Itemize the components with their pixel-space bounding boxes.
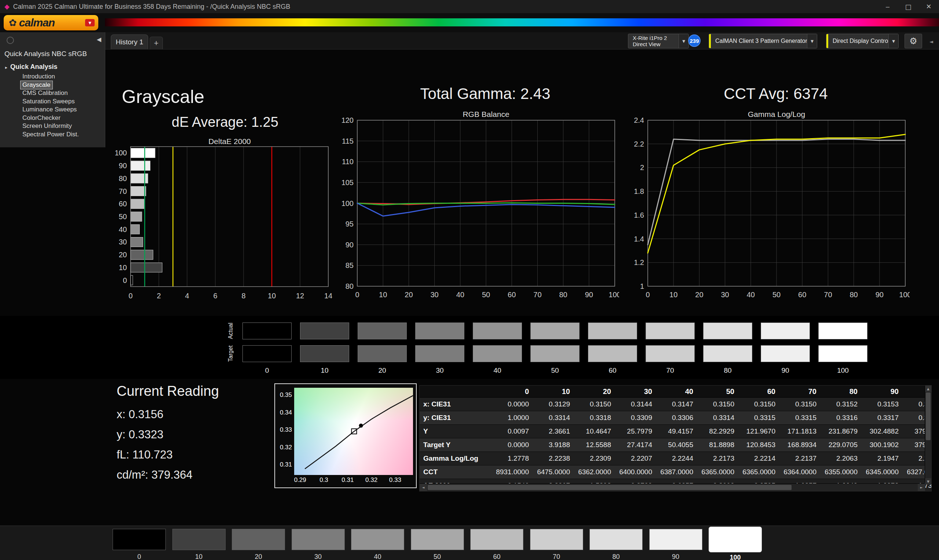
table-row-label: Target Y <box>419 438 493 452</box>
daylight-locus-curve <box>305 395 413 469</box>
scroll-right-button[interactable]: ► <box>918 484 925 491</box>
table-cell: 50.4055 <box>657 438 698 452</box>
gamma-line-chart: 11.21.41.61.822.22.401020304050607080901… <box>625 117 910 300</box>
titlebar: ◆ Calman 2025 Calman Ultimate for Busine… <box>0 0 939 14</box>
table-cell: 231.8679 <box>822 425 863 438</box>
scroll-left-button[interactable]: ◄ <box>419 484 427 491</box>
close-button[interactable]: ✕ <box>919 0 939 13</box>
logo-row: ✿ calman ▼ <box>0 13 939 32</box>
pattern-patch-bar: ▲ ■ ▶ ∞ ↻ « Back Next » 0102030405060708… <box>0 526 939 560</box>
patch-70[interactable]: 70 <box>530 529 583 560</box>
svg-text:105: 105 <box>341 178 354 186</box>
svg-text:40: 40 <box>119 225 127 234</box>
meter-count-badge[interactable]: 239 <box>688 34 701 47</box>
table-cell: 1.2778 <box>493 452 534 465</box>
table-cell: 1.0000 <box>493 411 534 425</box>
tab-add-button[interactable]: + <box>150 37 163 49</box>
target-swatch-60 <box>588 345 637 362</box>
tab-history-1[interactable]: History 1 <box>111 34 148 49</box>
vertical-scroll-thumb[interactable] <box>926 392 931 440</box>
pattern-generator-dropdown[interactable]: CalMAN Client 3 Pattern Generator ▼ <box>709 34 817 48</box>
patch-100[interactable]: 100 <box>709 527 762 560</box>
table-col-header: 40 <box>657 386 698 398</box>
patch-80[interactable]: 80 <box>589 529 643 560</box>
tab-toolbar-row: History 1 + X-Rite i1Pro 2 Direct View ▼… <box>105 32 939 49</box>
patch-label: 70 <box>530 553 583 560</box>
calman-app-window: ◆ Calman 2025 Calman Ultimate for Busine… <box>0 0 939 560</box>
scroll-down-button[interactable]: ▼ <box>925 478 931 485</box>
tree-root-quick-analysis[interactable]: ▸Quick Analysis <box>5 63 57 71</box>
table-cell: 0.3129 <box>534 398 575 411</box>
table-col-header: 0 <box>493 386 534 398</box>
swatch-level-label: 60 <box>588 366 637 375</box>
deltae-bar-0 <box>131 275 133 285</box>
patch-swatch-100 <box>709 527 762 552</box>
sidebar-item-introduction[interactable]: Introduction <box>20 72 57 81</box>
cie-x-tick-label: 0.31 <box>341 477 355 484</box>
table-cell: 0.3314 <box>698 411 740 425</box>
sidebar-item-colorchecker[interactable]: ColorChecker <box>20 114 62 122</box>
swatch-level-label: 50 <box>530 366 580 375</box>
sidebar-item-saturation-sweeps[interactable]: Saturation Sweeps <box>20 97 77 106</box>
svg-text:90: 90 <box>876 291 883 299</box>
patch-swatch-40 <box>351 529 404 550</box>
svg-text:110: 110 <box>342 158 354 166</box>
calman-logo-menu[interactable]: ✿ calman ▼ <box>4 15 98 31</box>
display-control-dropdown[interactable]: Direct Display Control ▼ <box>826 34 899 48</box>
logo-dropdown-arrow-icon[interactable]: ▼ <box>85 19 95 26</box>
table-cell: 6345.0000 <box>863 465 904 479</box>
table-col-header: 60 <box>740 386 780 398</box>
settings-gear-button[interactable]: ⚙ <box>905 34 922 48</box>
scroll-up-button[interactable]: ▲ <box>925 386 931 392</box>
table-cell: 2.2309 <box>575 452 616 465</box>
patch-swatch-80 <box>589 529 643 550</box>
maximize-button[interactable]: □ <box>898 0 919 13</box>
patch-40[interactable]: 40 <box>351 529 404 560</box>
actual-swatch-60 <box>588 323 637 339</box>
chevron-down-icon[interactable]: ▼ <box>888 34 898 48</box>
target-swatch-100 <box>818 345 868 362</box>
cie-x-tick-label: 0.29 <box>293 477 307 484</box>
patch-20[interactable]: 20 <box>232 529 285 560</box>
actual-swatch-40 <box>473 323 522 339</box>
reading-y-value: y: 0.3323 <box>117 425 219 445</box>
target-swatch-40 <box>473 345 522 362</box>
table-horizontal-scrollbar[interactable]: ◄► <box>419 483 925 491</box>
table-cell: 2.2214 <box>740 452 780 465</box>
svg-text:30: 30 <box>721 291 729 299</box>
sidebar-item-spectral-power-dist-[interactable]: Spectral Power Dist. <box>20 131 81 139</box>
sidebar-item-grayscale[interactable]: Grayscale <box>20 81 52 89</box>
sidebar-item-screen-uniformity[interactable]: Screen Uniformity <box>20 122 74 131</box>
minimize-button[interactable]: – <box>877 0 898 13</box>
sidebar-item-luminance-sweeps[interactable]: Luminance Sweeps <box>20 106 79 114</box>
patch-label: 0 <box>113 553 166 560</box>
table-header-row: 0102030405060708090100 <box>419 386 932 398</box>
meter-dropdown[interactable]: X-Rite i1Pro 2 Direct View ▼ <box>628 34 689 48</box>
table-cell: 168.8934 <box>780 438 822 452</box>
patch-30[interactable]: 30 <box>291 529 345 560</box>
chevron-down-icon[interactable]: ▼ <box>807 34 817 48</box>
table-cell: 10.4647 <box>575 425 616 438</box>
table-cell: 6365.0000 <box>698 465 740 479</box>
svg-text:40: 40 <box>456 291 464 299</box>
chevron-down-icon[interactable]: ▼ <box>678 34 688 48</box>
sidebar-collapse-button[interactable]: ◀ <box>97 36 101 43</box>
horizontal-scroll-thumb[interactable] <box>428 485 791 490</box>
patch-10[interactable]: 10 <box>173 529 225 560</box>
svg-text:1.6: 1.6 <box>634 211 644 219</box>
collapse-panel-arrow-icon[interactable]: ◄ <box>927 37 935 46</box>
sidebar-item-cms-calibration[interactable]: CMS Calibration <box>20 89 70 97</box>
table-vertical-scrollbar[interactable]: ▲▼ <box>925 386 931 485</box>
patch-90[interactable]: 90 <box>649 529 702 560</box>
patch-0[interactable]: 0 <box>113 529 166 560</box>
patch-60[interactable]: 60 <box>470 529 523 560</box>
table-cell: 171.1813 <box>780 425 822 438</box>
table-cell: 6475.0000 <box>534 465 575 479</box>
patch-50[interactable]: 50 <box>411 529 464 560</box>
measurement-table: 0102030405060708090100x: CIE310.00000.31… <box>419 386 932 491</box>
target-swatch-80 <box>703 345 752 362</box>
table-cell: 120.8453 <box>740 438 780 452</box>
cie-x-tick-label: 0.3 <box>316 477 331 484</box>
tree-expander-icon[interactable]: ▸ <box>5 65 7 70</box>
rgb-balance-line-chart: 8085909510010511011512001020304050607080… <box>335 117 619 300</box>
